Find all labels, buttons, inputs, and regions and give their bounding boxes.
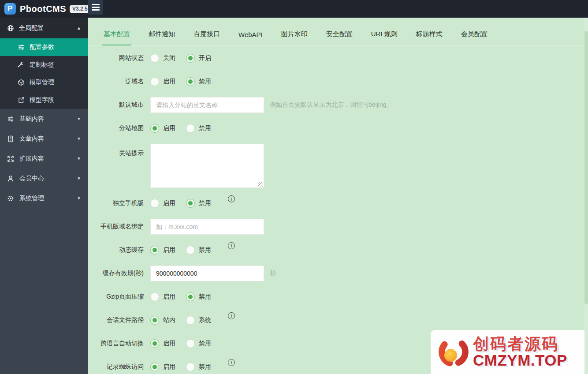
version-badge: V3.2.5 (70, 5, 90, 13)
chevron-down-icon (77, 136, 81, 141)
sliders-icon (18, 44, 25, 51)
radio-label: 启用 (163, 293, 175, 301)
sidebar-item-global-config[interactable]: 全局配置 (0, 18, 88, 38)
field-label: 跨语言自动切换 (88, 340, 150, 348)
radio-icon (186, 199, 195, 208)
global-config-submenu: 配置参数 定制标签 模型管理 模型字段 (0, 38, 88, 109)
sidebar-item-config-params[interactable]: 配置参数 (0, 38, 88, 56)
radio-option[interactable]: 启用 (150, 363, 175, 371)
info-icon[interactable] (228, 242, 235, 249)
globe-icon (7, 25, 14, 32)
radio-option[interactable]: 禁用 (186, 363, 211, 371)
resize-grip-icon[interactable] (258, 182, 263, 187)
info-icon[interactable] (228, 359, 235, 366)
radio-option[interactable]: 开启 (186, 54, 211, 63)
radio-option[interactable]: 启用 (150, 339, 175, 348)
form-row-wildcard-domain: 泛域名 启用 禁用 (88, 74, 588, 90)
form-row-gzip: Gzip页面压缩 启用 禁用 (88, 289, 588, 305)
tab-url-rules[interactable]: URL规则 (370, 30, 399, 45)
radio-icon (150, 199, 159, 208)
mobile-domain-input[interactable] (150, 219, 264, 235)
sidebar-item-model-manage[interactable]: 模型管理 (0, 74, 88, 91)
radio-option[interactable]: 启用 (150, 292, 175, 301)
tab-member-config[interactable]: 会员配置 (460, 30, 489, 45)
chevron-down-icon (77, 156, 81, 161)
main-content: 基本配置 邮件通知 百度接口 WebAPI 图片水印 安全配置 URL规则 标题… (88, 18, 588, 374)
chevron-down-icon (77, 176, 81, 181)
radio-option[interactable]: 禁用 (186, 292, 211, 301)
hamburger-icon (92, 4, 100, 5)
user-icon (7, 175, 14, 182)
field-label: 记录蜘蛛访问 (88, 363, 150, 371)
tab-security-config[interactable]: 安全配置 (325, 30, 354, 45)
radio-label: 启用 (163, 363, 175, 371)
field-label: 独立手机版 (88, 199, 150, 207)
radio-label: 启用 (163, 124, 175, 132)
field-label: 关站提示 (88, 144, 150, 157)
radio-option[interactable]: 启用 (150, 199, 175, 208)
info-icon[interactable] (228, 195, 235, 202)
sidebar-item-label: 定制标签 (30, 61, 54, 69)
unit-suffix: 秒 (270, 269, 276, 277)
radio-option[interactable]: 启用 (150, 77, 175, 86)
radio-option[interactable]: 禁用 (186, 199, 211, 208)
radio-option[interactable]: 站内 (150, 316, 175, 325)
tab-title-style[interactable]: 标题样式 (415, 30, 444, 45)
radio-option[interactable]: 启用 (150, 124, 175, 133)
radio-option[interactable]: 关闭 (150, 54, 175, 63)
form-row-mobile-version: 独立手机版 启用 禁用 (88, 195, 588, 211)
radio-label: 禁用 (199, 199, 211, 207)
radio-icon (150, 246, 159, 254)
form-row-substation-map: 分站地图 启用 禁用 (88, 120, 588, 136)
sidebar-item-extended-content[interactable]: 扩展内容 (0, 149, 88, 168)
radio-option[interactable]: 禁用 (186, 339, 211, 348)
radio-option[interactable]: 禁用 (186, 124, 211, 133)
tab-basic-config[interactable]: 基本配置 (102, 30, 131, 45)
radio-icon (186, 316, 195, 325)
form-row-dynamic-cache: 动态缓存 启用 禁用 (88, 242, 588, 258)
menu-toggle-button[interactable] (88, 0, 103, 15)
form-row-default-city: 默认城市 例如首页要默认显示为北京，则填写beijing。 (88, 97, 588, 113)
config-tabbar: 基本配置 邮件通知 百度接口 WebAPI 图片水印 安全配置 URL规则 标题… (88, 18, 588, 45)
sidebar: 全局配置 配置参数 定制标签 (0, 18, 88, 374)
radio-label: 关闭 (163, 54, 175, 62)
radio-option[interactable]: 禁用 (186, 77, 211, 86)
field-hint: 例如首页要默认显示为北京，则填写beijing。 (270, 101, 392, 109)
sidebar-item-article-content[interactable]: 文章内容 (0, 129, 88, 149)
sidebar-item-model-fields[interactable]: 模型字段 (0, 91, 88, 109)
radio-option[interactable]: 启用 (150, 246, 175, 254)
sidebar-item-custom-tags[interactable]: 定制标签 (0, 56, 88, 74)
sidebar-item-label: 系统管理 (19, 194, 44, 202)
default-city-input[interactable] (150, 97, 264, 113)
radio-icon (150, 77, 159, 86)
cache-expiry-input[interactable] (150, 266, 264, 281)
field-label: Gzip页面压缩 (88, 293, 150, 301)
tab-webapi[interactable]: WebAPI (237, 31, 264, 45)
scrollbar-thumb[interactable] (584, 31, 588, 304)
chevron-up-icon (77, 26, 81, 30)
file-text-icon (7, 135, 14, 142)
site-closed-message-textarea[interactable] (150, 144, 264, 188)
radio-icon (186, 246, 195, 254)
radio-option[interactable]: 系统 (186, 316, 211, 325)
info-icon[interactable] (228, 312, 235, 319)
radio-option[interactable]: 禁用 (186, 246, 211, 254)
radio-icon (150, 292, 159, 301)
sidebar-item-basic-content[interactable]: 基础内容 (0, 109, 88, 129)
field-label: 缓存有效期(秒) (88, 269, 150, 277)
radio-label: 禁用 (199, 340, 211, 348)
radio-icon (150, 54, 159, 63)
scrollbar[interactable] (584, 18, 588, 374)
radio-label: 启用 (163, 246, 175, 254)
radio-label: 启用 (163, 78, 175, 86)
radio-label: 系统 (199, 316, 211, 324)
watermark-text-cn: 创码者源码 (473, 336, 567, 352)
form-row-cache-expiry: 缓存有效期(秒) 秒 (88, 266, 588, 281)
tab-mail-notify[interactable]: 邮件通知 (147, 30, 176, 45)
sidebar-item-system-manage[interactable]: 系统管理 (0, 188, 88, 208)
form-row-closed-message: 关站提示 (88, 144, 588, 188)
pbootcms-logo-icon: P (4, 3, 16, 15)
tab-image-watermark[interactable]: 图片水印 (280, 30, 309, 45)
sidebar-item-member-center[interactable]: 会员中心 (0, 168, 88, 188)
tab-baidu-api[interactable]: 百度接口 (192, 30, 221, 45)
